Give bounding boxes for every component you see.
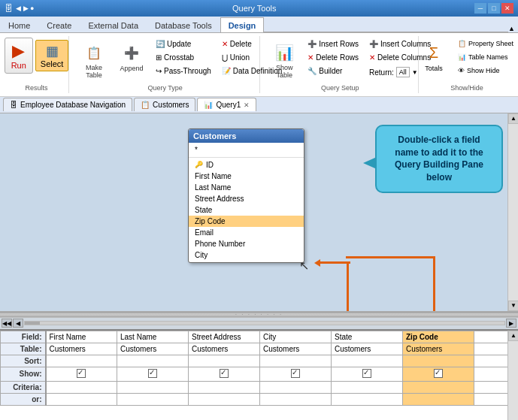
hscroll-thumb[interactable] [25, 322, 40, 325]
totals-icon: Σ [422, 41, 446, 65]
field-first-name[interactable]: First Name [189, 171, 304, 182]
cell-field-5[interactable]: Zip Code [403, 331, 474, 343]
builder-icon: 🔧 [307, 67, 317, 75]
nav-tab-query1[interactable]: 📊 Query1 ✕ [197, 98, 256, 111]
nav-tab-customers[interactable]: 📋 Customers [134, 98, 195, 111]
tab-database-tools[interactable]: Database Tools [147, 17, 220, 32]
tab-external-data[interactable]: External Data [80, 17, 147, 32]
tab-create[interactable]: Create [38, 17, 80, 32]
cell-table-4[interactable]: Customers [332, 343, 403, 355]
cell-table-2[interactable]: Customers [189, 343, 260, 355]
cell-table-0[interactable]: Customers [46, 343, 117, 355]
cell-field-4[interactable]: State [332, 331, 403, 343]
select-button[interactable]: ▦ Select [35, 40, 69, 71]
scroll-left[interactable]: ◀ [13, 319, 23, 328]
work-area-hscroll[interactable]: ◀◀ ◀ ▶ [0, 317, 518, 329]
return-select[interactable]: All [396, 67, 410, 77]
pane-scroll-up[interactable]: ▲ [508, 331, 518, 341]
field-email[interactable]: Email [189, 227, 304, 238]
nav-tab-customers-label: Customers [153, 101, 189, 109]
cell-show-1[interactable] [117, 367, 189, 381]
cell-field-3[interactable]: City [260, 331, 332, 343]
cell-criteria-2[interactable] [189, 381, 260, 393]
checkbox-3[interactable] [291, 369, 300, 378]
pass-through-button[interactable]: ↪ Pass-Through [152, 65, 215, 77]
maximize-button[interactable]: □ [488, 3, 500, 14]
cell-sort-1[interactable] [117, 355, 189, 367]
query-type-buttons: 📋 Make Table ➕ Append 🔄 Update [77, 38, 253, 83]
field-phone-number[interactable]: Phone Number [189, 238, 304, 249]
cell-show-3[interactable] [260, 367, 332, 381]
cell-or-2[interactable] [189, 393, 260, 405]
insert-rows-button[interactable]: ➕ Insert Rows [304, 38, 362, 50]
checkbox-0[interactable] [77, 369, 86, 378]
cell-or-1[interactable] [117, 393, 189, 405]
cell-sort-5[interactable] [403, 355, 474, 367]
cell-table-5[interactable]: Customers [403, 343, 474, 355]
scroll-down-btn[interactable]: ▼ [508, 301, 518, 311]
scroll-left-start[interactable]: ◀◀ [2, 319, 12, 328]
pane-vscroll[interactable]: ▲ ▼ [507, 331, 518, 420]
run-button[interactable]: ▶ Run [5, 38, 33, 74]
cell-sort-0[interactable] [46, 355, 117, 367]
cell-or-3[interactable] [260, 393, 332, 405]
cell-sort-2[interactable] [189, 355, 260, 367]
cell-criteria-3[interactable] [260, 381, 332, 393]
table-names-button[interactable]: 📊 Table Names [454, 51, 517, 63]
ribbon-collapse-icon[interactable]: ▲ [508, 25, 515, 32]
field-zip-code[interactable]: Zip Code [189, 216, 304, 227]
title-bar-controls[interactable]: ─ □ ✕ [474, 3, 513, 14]
checkbox-5[interactable] [434, 369, 443, 378]
cell-table-3[interactable]: Customers [260, 343, 332, 355]
cell-field-0[interactable]: First Name [46, 331, 117, 343]
property-sheet-button[interactable]: 📋 Property Sheet [454, 38, 517, 50]
cell-show-2[interactable] [189, 367, 260, 381]
cell-or-5[interactable] [403, 393, 474, 405]
cell-show-0[interactable] [46, 367, 117, 381]
cell-field-1[interactable]: Last Name [117, 331, 189, 343]
append-button[interactable]: ➕ Append [114, 38, 149, 75]
show-hide-button[interactable]: 👁 Show Hide [454, 65, 517, 77]
field-id-label: ID [206, 161, 214, 169]
scroll-track[interactable] [508, 124, 518, 301]
cell-criteria-0[interactable] [46, 381, 117, 393]
totals-button[interactable]: Σ Totals [417, 38, 451, 75]
minimize-button[interactable]: ─ [474, 3, 486, 14]
close-button[interactable]: ✕ [501, 3, 513, 14]
show-table-button[interactable]: 📊 Show Table [268, 38, 301, 83]
scroll-up-btn[interactable]: ▲ [508, 113, 518, 124]
cell-or-0[interactable] [46, 393, 117, 405]
cell-show-5[interactable] [403, 367, 474, 381]
field-street-address[interactable]: Street Address [189, 193, 304, 204]
field-id[interactable]: 🔑 ID [189, 159, 304, 171]
cell-criteria-1[interactable] [117, 381, 189, 393]
cell-sort-3[interactable] [260, 355, 332, 367]
checkbox-1[interactable] [148, 369, 157, 378]
scroll-right[interactable]: ▶ [506, 319, 516, 328]
cell-criteria-4[interactable] [332, 381, 403, 393]
cell-table-1[interactable]: Customers [117, 343, 189, 355]
delete-rows-button[interactable]: ✕ Delete Rows [304, 51, 362, 64]
work-area-vscroll[interactable]: ▲ ▼ [507, 113, 518, 311]
hscroll-track[interactable] [24, 321, 505, 325]
cell-sort-4[interactable] [332, 355, 403, 367]
cell-field-2[interactable]: Street Address [189, 331, 260, 343]
update-button[interactable]: 🔄 Update [152, 38, 215, 50]
field-city[interactable]: City [189, 249, 304, 261]
nav-tab-employee-db[interactable]: 🗄 Employee Database Navigation [3, 98, 132, 111]
checkbox-4[interactable] [362, 369, 371, 378]
query1-close-icon[interactable]: ✕ [244, 101, 250, 109]
cell-show-4[interactable] [332, 367, 403, 381]
cell-criteria-5[interactable] [403, 381, 474, 393]
tab-home[interactable]: Home [0, 17, 38, 32]
crosstab-button[interactable]: ⊞ Crosstab [152, 51, 215, 64]
tab-design[interactable]: Design [220, 17, 265, 32]
builder-button[interactable]: 🔧 Builder [304, 65, 362, 77]
checkbox-2[interactable] [220, 369, 229, 378]
field-last-name[interactable]: Last Name [189, 182, 304, 193]
make-table-button[interactable]: 📋 Make Table [77, 38, 111, 83]
pane-scroll-track[interactable] [508, 341, 518, 420]
cell-or-4[interactable] [332, 393, 403, 405]
field-asterisk[interactable]: * [189, 144, 304, 156]
field-state[interactable]: State [189, 204, 304, 216]
